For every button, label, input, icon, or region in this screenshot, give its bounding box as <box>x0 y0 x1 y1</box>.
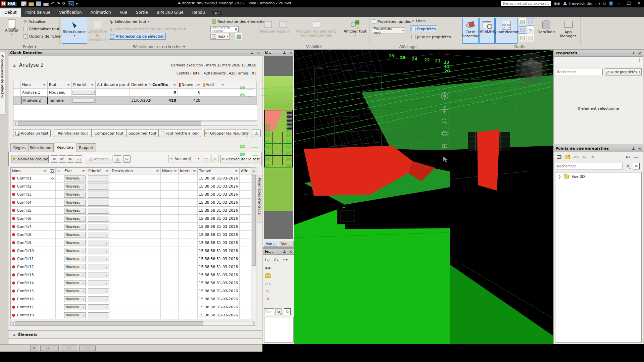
ungroup-icon[interactable]: [ₓ] <box>75 155 82 163</box>
filter-dropdown[interactable]: Aucun(e)▾ <box>168 155 201 162</box>
viewpoints-tree[interactable]: ❯ Vue 3D <box>555 172 642 343</box>
export-tool-icon[interactable] <box>527 34 534 42</box>
test-cell[interactable]: 31/03/2026 15 <box>130 97 151 104</box>
viewpoints-sort-icon[interactable]: A↓ <box>625 154 632 160</box>
conflict-row-Conflit1[interactable]: Conflit1Nouveau⌄⌄15:38:58 31-03-2026 <box>11 174 256 183</box>
add-test-button[interactable]: Ajouter un test <box>13 129 51 137</box>
viewpoints-comment-icon[interactable]: 🗨 <box>581 154 588 160</box>
conflict-cell[interactable]: Nouveau⌄ <box>63 231 87 239</box>
quick-find-input[interactable]: Recherche rapide <box>210 26 239 32</box>
plan-close-icon[interactable]: × <box>289 51 292 55</box>
tests-col-Dernière ([interactable]: Dernière ( <box>130 81 151 88</box>
sets-pin-icon[interactable] <box>283 250 286 253</box>
select-same-button[interactable]: Sélectionner les éléments identiques▾ <box>109 25 187 32</box>
save-selection-button[interactable]: Enregistrer la sélection <box>88 18 107 44</box>
hide-unselected-button[interactable]: Masquer les éléments non sélectionnés <box>292 18 341 44</box>
sets-find-icon[interactable]: ◉◉ <box>264 265 271 271</box>
conflict-row-Conflit4[interactable]: Conflit4Nouveau⌄⌄15:38:58 31-03-2026 <box>11 199 256 207</box>
pin-icon[interactable] <box>250 51 253 55</box>
conflict-cell[interactable]: ⌄ <box>87 239 110 247</box>
results-col-Nom[interactable]: Nom <box>11 168 48 174</box>
viewpoints-cascade-icon[interactable]: ⧉ <box>633 163 640 169</box>
saved-viewpoint-icon[interactable] <box>50 177 54 180</box>
group-label-visibility[interactable]: Visibilité <box>258 45 369 50</box>
tests-table-header[interactable]: NomEtatPrioritéAttributaire par dDernièr… <box>13 81 257 89</box>
qat-dropdown-icon[interactable]: ▾ <box>76 1 78 6</box>
conflict-row-Conflit5[interactable]: Conflit5Nouveau⌄⌄15:38:58 31-03-2026 <box>11 207 256 215</box>
conflict-cell[interactable]: Nouveau⌄ <box>63 215 87 222</box>
sets-camera-icon[interactable] <box>264 257 271 263</box>
reset-all-tests-button[interactable]: Réinitialiser tout <box>54 129 92 137</box>
property-sets-button[interactable]: Jeux de propriétés <box>410 34 452 40</box>
conflict-cell[interactable]: Nouveau⌄ <box>63 287 87 295</box>
properties-pin-icon[interactable] <box>632 51 635 55</box>
conflict-cell[interactable]: ⌄ <box>87 263 110 271</box>
results-col-Nivea[interactable]: Nivea <box>161 168 179 174</box>
compare-icon[interactable] <box>519 26 526 34</box>
conflict-cell[interactable]: ⌄ <box>87 207 110 214</box>
viewpoints-pin-icon[interactable] <box>632 147 635 150</box>
filter-funnel-icon[interactable] <box>197 84 200 86</box>
conflict-row-Conflit9[interactable]: Conflit9Nouveau⌄⌄15:38:58 31-03-2026 <box>11 239 256 247</box>
results-col-Description[interactable]: Description <box>110 168 161 174</box>
conflict-cell[interactable]: Nouveau⌄ <box>63 303 87 311</box>
results-col-COM[interactable]: 🗨 <box>56 168 63 174</box>
new-file-icon[interactable] <box>21 1 27 6</box>
sets-cascade-icon[interactable]: ⧉ <box>284 308 291 315</box>
test-row-Analyse 2[interactable]: Analyse 2Terminé⌄31/03/2026 15428428 <box>13 97 257 105</box>
test-cell[interactable]: Analyse 1 <box>21 89 48 96</box>
filter-funnel-icon[interactable] <box>193 170 196 172</box>
help-icon[interactable]: ? <box>609 1 613 6</box>
conflict-row-Conflit2[interactable]: Conflit2Nouveau⌄⌄15:38:58 31-03-2026 <box>11 183 256 191</box>
conflict-cell[interactable]: ⌄ <box>87 247 110 255</box>
sets-search-input[interactable]: Rec <box>264 308 274 315</box>
conflict-cell[interactable]: ⌄ <box>87 174 110 182</box>
collapse-chevron-icon[interactable]: ▲ <box>13 63 16 67</box>
viewpoints-search-input[interactable] <box>556 163 623 169</box>
scripter-icon[interactable] <box>527 18 534 25</box>
tests-hscrollbar[interactable]: ❮ <box>13 121 257 126</box>
new-group-button[interactable]: [✱]Nouveau groupe <box>11 155 49 163</box>
select-button[interactable]: Sélectionner▾ <box>62 18 87 44</box>
select-tool-icon[interactable]: ▻ <box>68 1 74 6</box>
conflict-cell[interactable]: ⌄ <box>87 231 110 239</box>
conflict-cell[interactable]: ⌄ <box>87 215 110 222</box>
pencil-meter-widget[interactable]: ▭▭ <box>61 346 77 351</box>
filter-funnel-icon[interactable] <box>221 84 225 86</box>
open-file-icon[interactable] <box>29 2 34 6</box>
binoculars-icon[interactable]: ◉◉ <box>554 1 560 6</box>
group-results-button[interactable]: [✱]Grouper les résultats <box>204 129 248 137</box>
conflict-cell[interactable]: ⌄ <box>87 287 110 295</box>
conflict-cell[interactable]: ⌄ <box>87 311 110 319</box>
close-button[interactable]: ✕ <box>635 1 643 6</box>
conflict-row-Conflit15[interactable]: Conflit15Nouveau⌄⌄15:38:58 31-03-2026 <box>11 287 256 295</box>
plan-tab-vue1[interactable]: Vue ... <box>264 241 278 247</box>
conflict-cell[interactable]: Nouveau⌄ <box>63 199 87 206</box>
select-all-button[interactable]: Sélectionner tout▾ <box>109 18 150 25</box>
sets-comment-icon[interactable]: 🗨 <box>264 288 271 294</box>
viewpoints-close-icon[interactable]: × <box>638 146 641 151</box>
conflict-cell[interactable]: Nouveau⌄ <box>63 263 87 271</box>
test-cell[interactable] <box>202 89 226 96</box>
sets-close-icon[interactable]: × <box>289 249 292 254</box>
conflict-cell[interactable]: Nouveau⌄ <box>63 279 87 287</box>
ribbon-tab-7[interactable]: BIM 360 Glue <box>152 8 188 17</box>
close-panel-icon[interactable]: × <box>257 51 260 55</box>
selection-tree-dock-tab[interactable]: Arborescence de sélection <box>0 52 5 114</box>
test-cell[interactable] <box>130 89 151 96</box>
add-button[interactable]: Ajouter▾ <box>3 18 21 44</box>
memory-meter-widget[interactable]: ▭▭ <box>79 346 96 351</box>
filter-funnel-icon[interactable] <box>43 170 47 172</box>
expand-chevron-icon[interactable]: ❯ <box>558 174 561 179</box>
tab-selectionner[interactable]: Sélectionner <box>29 143 54 152</box>
conflict-row-Conflit7[interactable]: Conflit7Nouveau⌄⌄15:38:58 31-03-2026 <box>11 223 256 231</box>
group-label-display[interactable]: Affichage <box>370 45 446 50</box>
filter-funnel-icon[interactable] <box>67 84 70 86</box>
results-col-Priorité[interactable]: Priorité <box>87 168 110 174</box>
conflict-cell[interactable]: ⌄ <box>87 223 110 230</box>
filter-funnel-icon[interactable] <box>105 170 109 172</box>
tree-item-vue3d[interactable]: ❯ Vue 3D <box>555 172 641 181</box>
group-label-projet[interactable]: Projet ▾ <box>0 45 59 50</box>
test-cell[interactable] <box>202 97 226 104</box>
tab-rapport[interactable]: Rapport <box>77 143 96 152</box>
